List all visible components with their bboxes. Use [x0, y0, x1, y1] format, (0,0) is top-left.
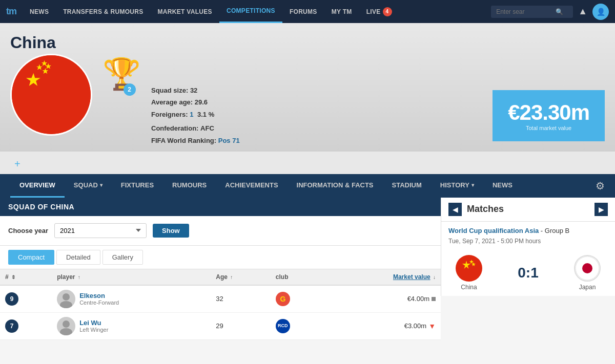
match-score: 0:1 — [495, 265, 562, 281]
subnav-rumours[interactable]: RUMOURS — [163, 174, 216, 198]
trend-flat-icon — [432, 297, 436, 301]
matches-header: ◀ Matches ▶ — [441, 198, 615, 222]
view-tabs: Compact Detailed Gallery — [0, 246, 441, 269]
subnav-overview[interactable]: OVERVIEW — [10, 174, 65, 198]
player-position: Left Winger — [79, 327, 108, 333]
home-team-col: China — [448, 255, 489, 291]
player-age: 32 — [211, 285, 271, 313]
flag-circle — [10, 54, 92, 136]
subnav-fixtures[interactable]: FIXTURES — [112, 174, 163, 198]
market-value-number: €23.30m — [508, 100, 589, 125]
hero-stats: Squad size: 32 Average age: 29.6 Foreign… — [151, 84, 240, 146]
match-group: - Group B — [541, 227, 569, 234]
squad-size-label: Squad size: — [151, 87, 188, 94]
nav-transfers[interactable]: TRANSFERS & RUMOURS — [56, 0, 150, 23]
player-name[interactable]: Elkeson — [79, 292, 119, 299]
matches-prev-button[interactable]: ◀ — [448, 203, 462, 216]
match-row: China 0:1 Japan — [441, 250, 615, 296]
market-value-box: €23.30m Total market value — [493, 90, 605, 141]
confederation-value: AFC — [200, 124, 214, 132]
squad-size-value: 32 — [190, 87, 197, 94]
settings-gear-icon[interactable]: ⚙ — [596, 180, 605, 192]
confederation-label: Confederation: — [151, 124, 198, 132]
subnav-stadium[interactable]: STADIUM — [383, 174, 431, 198]
away-team-col: Japan — [567, 255, 608, 291]
club-badge-espanyol[interactable]: RCD — [276, 319, 290, 333]
home-team-badge[interactable] — [456, 255, 482, 282]
nav-competitions[interactable]: COMPETITIONS — [219, 0, 282, 23]
add-button[interactable]: + — [10, 156, 25, 172]
tm-logo: tm — [6, 6, 16, 17]
live-badge: 4 — [383, 7, 392, 16]
col-club: club — [271, 269, 325, 285]
svg-point-7 — [63, 293, 70, 301]
table-row: 9 Elkeson Centre-Forward — [0, 285, 441, 313]
trophy-count: 2 — [124, 83, 136, 96]
home-team-name: China — [461, 284, 477, 291]
avg-age-label: Average age: — [151, 98, 193, 106]
avg-age-value: 29.6 — [195, 98, 208, 106]
tab-gallery[interactable]: Gallery — [102, 250, 143, 265]
away-team-badge[interactable] — [574, 255, 601, 282]
club-badge-guangzhou[interactable]: G — [276, 292, 290, 306]
trophy-icon: 🏆 — [102, 59, 141, 90]
player-age: 29 — [211, 312, 271, 339]
col-player[interactable]: player ↑ — [52, 269, 211, 285]
col-market-value[interactable]: Market value ↓ — [324, 269, 441, 285]
ranking-value[interactable]: Pos 71 — [218, 137, 240, 144]
away-team-name: Japan — [579, 284, 596, 291]
nav-news[interactable]: NEWS — [23, 0, 56, 23]
subnav-history[interactable]: HISTORY▾ — [431, 174, 483, 198]
avatar-icon: 👤 — [597, 8, 605, 16]
col-number: # ⇕ — [0, 269, 52, 285]
player-position: Centre-Forward — [79, 299, 119, 306]
player-number: 7 — [0, 312, 52, 339]
right-panel: ◀ Matches ▶ World Cup qualification Asia… — [441, 198, 615, 296]
market-value-label: Total market value — [508, 125, 589, 131]
match-date: Tue, Sep 7, 2021 - 5:00 PM hours — [441, 237, 615, 250]
ranking-label: FIFA World Ranking: — [151, 137, 216, 144]
foreigners-label: Foreigners: — [151, 111, 188, 118]
competition-link[interactable]: World Cup qualification Asia — [448, 227, 539, 234]
matches-next-button[interactable]: ▶ — [594, 203, 608, 216]
squad-header: SQUAD OF CHINA — [0, 198, 441, 216]
subnav-info-facts[interactable]: INFORMATION & FACTS — [288, 174, 383, 198]
player-number: 9 — [0, 285, 52, 313]
year-select[interactable]: 2021 — [54, 223, 147, 238]
show-button[interactable]: Show — [153, 224, 189, 238]
avatar[interactable]: 👤 — [592, 4, 609, 20]
search-input[interactable] — [496, 8, 552, 15]
nav-my-tm[interactable]: MY TM — [324, 0, 359, 23]
nav-forums[interactable]: FORUMS — [282, 0, 324, 23]
svg-point-0 — [12, 55, 91, 134]
match-competition: World Cup qualification Asia - Group B — [441, 222, 615, 237]
svg-point-10 — [63, 320, 70, 328]
foreigners-pct: 3.1 % — [197, 111, 214, 118]
table-row: 7 Lei Wu Left Winger 2 — [0, 312, 441, 339]
nav-market-values[interactable]: MARKET VALUES — [151, 0, 219, 23]
svg-point-17 — [582, 263, 592, 273]
player-info-cell: Lei Wu Left Winger — [52, 312, 211, 339]
subnav-achievements[interactable]: ACHIEVEMENTS — [216, 174, 287, 198]
tab-compact[interactable]: Compact — [8, 250, 54, 265]
sub-nav: OVERVIEW SQUAD▾ FIXTURES RUMOURS ACHIEVE… — [0, 174, 615, 198]
top-nav: tm NEWS TRANSFERS & RUMOURS MARKET VALUE… — [0, 0, 615, 23]
player-club: G — [271, 285, 325, 313]
foreigners-num[interactable]: 1 — [190, 111, 193, 118]
matches-title: Matches — [462, 204, 594, 215]
search-box[interactable]: 🔍 — [491, 6, 573, 18]
squad-table: # ⇕ player ↑ Age ↑ club Market value ↓ 9 — [0, 269, 441, 340]
col-age[interactable]: Age ↑ — [211, 269, 271, 285]
player-avatar — [57, 317, 75, 335]
subnav-squad[interactable]: SQUAD▾ — [65, 174, 112, 198]
subnav-news[interactable]: NEWS — [483, 174, 522, 198]
china-flag — [12, 54, 91, 136]
squad-controls: Choose year 2021 Show — [0, 216, 441, 246]
tab-detailed[interactable]: Detailed — [56, 250, 100, 265]
notify-icon[interactable]: ▲ — [578, 6, 587, 17]
page-title: China — [10, 33, 56, 52]
trophy-section: 🏆 2 — [102, 59, 141, 96]
trend-down-icon: ▼ — [428, 322, 436, 330]
nav-live[interactable]: LIVE 4 — [359, 0, 399, 23]
player-name[interactable]: Lei Wu — [79, 319, 108, 327]
